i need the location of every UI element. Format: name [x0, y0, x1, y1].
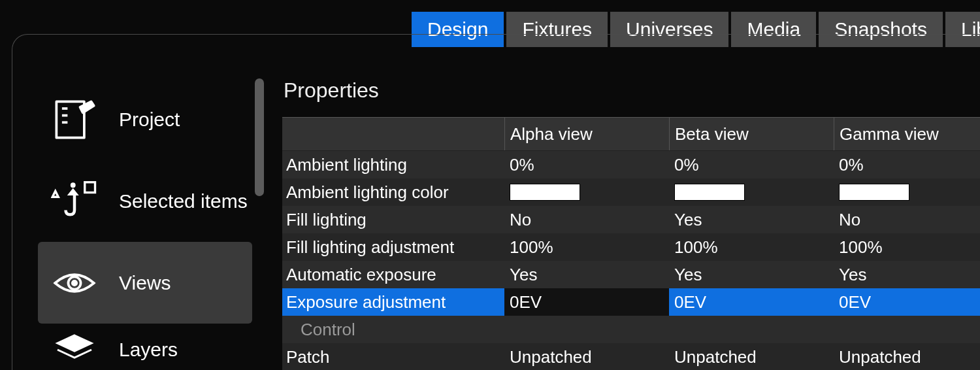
property-value[interactable]: 0% — [669, 151, 834, 178]
property-value[interactable]: Unpatched — [504, 343, 669, 370]
svg-point-8 — [73, 280, 76, 284]
property-value[interactable]: Yes — [669, 261, 834, 288]
property-value[interactable]: Yes — [834, 261, 980, 288]
property-label: Fill lighting adjustment — [282, 233, 504, 261]
sidebar-item-project[interactable]: Project — [38, 78, 252, 160]
sidebar-item-label: Project — [119, 109, 180, 131]
table-row-selected[interactable]: Exposure adjustment 0EV 0EV 0EV — [282, 288, 980, 316]
property-value[interactable]: 0EV — [834, 288, 980, 316]
property-value[interactable] — [669, 178, 834, 206]
property-value[interactable]: 0EV — [669, 288, 834, 316]
sidebar-item-layers[interactable]: Layers — [38, 324, 252, 370]
table-row[interactable]: Fill lighting No Yes No — [282, 206, 980, 233]
views-icon — [48, 257, 101, 309]
svg-marker-4 — [52, 191, 58, 197]
main-panel: Properties Alpha view Beta view Gamma vi… — [282, 78, 980, 370]
layers-icon — [48, 324, 101, 370]
project-icon — [48, 93, 101, 146]
column-header-beta[interactable]: Beta view — [669, 118, 834, 150]
properties-title: Properties — [282, 78, 980, 103]
property-value[interactable]: 100% — [669, 233, 834, 261]
property-value[interactable]: Unpatched — [669, 343, 834, 370]
color-swatch[interactable] — [674, 184, 745, 201]
property-label: Patch — [282, 343, 504, 370]
sidebar-item-label: Selected items — [119, 190, 248, 212]
properties-table: Alpha view Beta view Gamma view Ambient … — [282, 117, 980, 370]
column-header[interactable] — [282, 118, 504, 150]
color-swatch[interactable] — [839, 184, 909, 201]
table-row[interactable]: Ambient lighting color — [282, 178, 980, 206]
property-value[interactable] — [504, 178, 669, 206]
sidebar-item-label: Views — [119, 272, 171, 294]
property-value[interactable]: 0% — [834, 151, 980, 178]
property-value[interactable]: Yes — [504, 261, 669, 288]
color-swatch[interactable] — [510, 184, 580, 201]
property-label: Ambient lighting color — [282, 178, 504, 206]
table-section-control[interactable]: Control — [282, 316, 980, 343]
table-row[interactable]: Automatic exposure Yes Yes Yes — [282, 261, 980, 288]
edit-cell[interactable]: 0EV — [504, 288, 669, 316]
sidebar-item-selected-items[interactable]: Selected items — [38, 160, 252, 242]
svg-marker-9 — [57, 335, 91, 351]
property-value[interactable] — [834, 178, 980, 206]
property-label: Fill lighting — [282, 206, 504, 233]
property-label: Automatic exposure — [282, 261, 504, 288]
property-label: Ambient lighting — [282, 151, 504, 178]
svg-rect-5 — [85, 182, 95, 192]
svg-point-6 — [72, 184, 75, 187]
property-value[interactable]: Yes — [669, 206, 834, 233]
table-row[interactable]: Fill lighting adjustment 100% 100% 100% — [282, 233, 980, 261]
property-value[interactable]: 100% — [834, 233, 980, 261]
column-header-alpha[interactable]: Alpha view — [504, 118, 669, 150]
table-row[interactable]: Patch Unpatched Unpatched Unpatched — [282, 343, 980, 370]
property-value[interactable]: No — [504, 206, 669, 233]
sidebar: Project Selected items Views — [38, 78, 252, 370]
sidebar-item-label: Layers — [119, 339, 178, 361]
selected-items-icon — [48, 175, 101, 227]
property-value[interactable]: Unpatched — [834, 343, 980, 370]
property-value[interactable]: 100% — [504, 233, 669, 261]
table-header: Alpha view Beta view Gamma view — [282, 117, 980, 151]
column-header-gamma[interactable]: Gamma view — [834, 118, 980, 150]
property-value-editing[interactable]: 0EV — [504, 288, 669, 316]
property-value[interactable]: No — [834, 206, 980, 233]
table-row[interactable]: Ambient lighting 0% 0% 0% — [282, 151, 980, 178]
sidebar-item-views[interactable]: Views — [38, 242, 252, 324]
property-value[interactable]: 0% — [504, 151, 669, 178]
property-label: Exposure adjustment — [282, 288, 504, 316]
sidebar-scrollbar[interactable] — [255, 78, 264, 196]
